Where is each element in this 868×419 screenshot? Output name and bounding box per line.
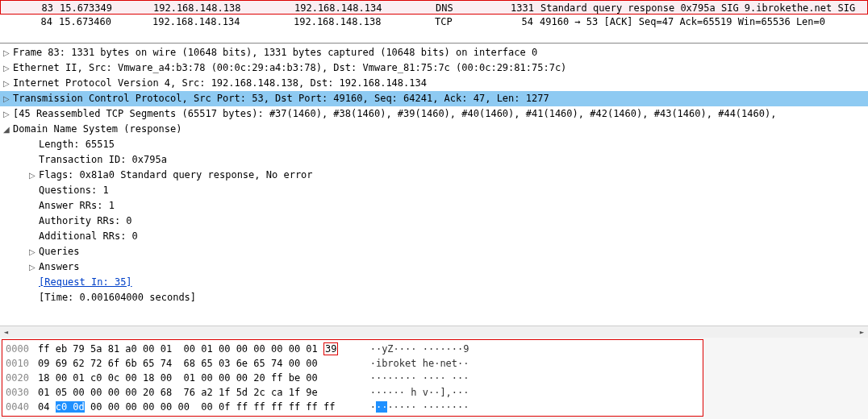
tree-row[interactable]: ▷Transaction ID: 0x795a xyxy=(0,152,868,168)
hex-row[interactable]: 004004 c0 0d 00 00 00 00 00 00 00 0f ff … xyxy=(6,400,699,414)
hex-row[interactable]: 001009 69 62 72 6f 6b 65 74 68 65 03 6e … xyxy=(6,356,699,371)
toggle-closed-icon[interactable]: ▷ xyxy=(2,77,10,91)
packet-col-time: 15.673460 xyxy=(59,15,152,28)
hex-bytes: 04 c0 0d 00 00 00 00 00 00 00 0f ff ff f… xyxy=(38,400,353,414)
toggle-closed-icon[interactable]: ▷ xyxy=(2,92,10,106)
hex-content: 0000ff eb 79 5a 81 a0 00 01 00 01 00 00 … xyxy=(2,339,703,417)
hex-bytes: 01 05 00 00 00 00 20 68 76 a2 1f 5d 2c c… xyxy=(38,385,353,400)
packet-col-no: 83 xyxy=(21,2,60,13)
hex-row[interactable]: 002018 00 01 c0 0c 00 18 00 01 00 00 00 … xyxy=(6,371,699,385)
tree-label: Internet Protocol Version 4, Src: 192.16… xyxy=(13,76,427,90)
hex-offset: 0000 xyxy=(6,342,38,356)
hex-bytes: 18 00 01 c0 0c 00 18 00 01 00 00 00 20 f… xyxy=(38,371,353,385)
packet-list-pane[interactable]: 8315.673349192.168.148.138192.168.148.13… xyxy=(0,0,868,44)
tree-label: [Time: 0.001604000 seconds] xyxy=(39,290,196,305)
hex-row[interactable]: 003001 05 00 00 00 00 20 68 76 a2 1f 5d … xyxy=(6,385,699,400)
tree-row[interactable]: ▷Answer RRs: 1 xyxy=(0,198,868,214)
toggle-closed-icon[interactable]: ▷ xyxy=(27,245,36,259)
packet-col-info: Standard query response 0x795a SIG 9.ibr… xyxy=(540,2,867,13)
tree-row[interactable]: ▷Answers xyxy=(0,259,868,275)
hex-row[interactable]: 0000ff eb 79 5a 81 a0 00 01 00 01 00 00 … xyxy=(6,342,699,356)
packet-row[interactable]: 8415.673460192.168.148.134192.168.148.13… xyxy=(0,15,868,29)
toggle-open-icon[interactable]: ◢ xyxy=(2,122,10,137)
tree-row[interactable]: ▷Queries xyxy=(0,244,868,259)
hex-offset: 0030 xyxy=(6,385,38,400)
tree-label: Additional RRs: 0 xyxy=(39,229,138,243)
details-hscroll[interactable]: ◄ ► xyxy=(0,326,868,338)
hex-bytes: ff eb 79 5a 81 a0 00 01 00 01 00 00 00 0… xyxy=(38,342,353,356)
packet-col-protocol: TCP xyxy=(435,15,491,28)
tree-label: Frame 83: 1331 bytes on wire (10648 bits… xyxy=(13,45,537,60)
packet-col-dest: 192.168.148.134 xyxy=(294,2,436,13)
toggle-closed-icon[interactable]: ▷ xyxy=(27,168,36,183)
tree-label: [45 Reassembled TCP Segments (65517 byte… xyxy=(13,106,776,121)
tree-label: Transmission Control Protocol, Src Port:… xyxy=(13,91,549,106)
details-tree-pane[interactable]: ▷Frame 83: 1331 bytes on wire (10648 bit… xyxy=(0,44,868,326)
hex-offset: 0010 xyxy=(6,356,38,371)
request-link[interactable]: [Request In: 35] xyxy=(39,276,132,288)
scroll-right-icon[interactable]: ► xyxy=(856,326,868,338)
tree-row[interactable]: ▷Questions: 1 xyxy=(0,183,868,198)
hex-bytes: 09 69 62 72 6f 6b 65 74 68 65 03 6e 65 7… xyxy=(38,356,353,371)
hex-offset: 0020 xyxy=(6,371,38,385)
tree-row[interactable]: ▷Additional RRs: 0 xyxy=(0,229,868,244)
tree-label: Domain Name System (response) xyxy=(13,122,182,136)
tree-label: Length: 65515 xyxy=(39,137,115,151)
hex-marked-byte: 39 xyxy=(323,342,338,355)
packet-col-protocol: DNS xyxy=(436,2,492,13)
toggle-closed-icon[interactable]: ▷ xyxy=(2,46,10,60)
scroll-left-icon[interactable]: ◄ xyxy=(0,326,12,338)
toggle-closed-icon[interactable]: ▷ xyxy=(27,260,36,275)
packet-col-length: 54 xyxy=(491,15,540,28)
packet-col-source: 192.168.148.138 xyxy=(153,2,294,13)
tree-row[interactable]: ▷Authority RRs: 0 xyxy=(0,214,868,229)
tree-label: Answer RRs: 1 xyxy=(39,198,115,213)
packet-col-info: 49160 → 53 [ACK] Seq=47 Ack=65519 Win=65… xyxy=(540,15,868,28)
hex-ascii: ······ h v··],··· xyxy=(370,385,636,400)
tree-label: Queries xyxy=(39,244,80,259)
packet-col-time: 15.673349 xyxy=(60,2,153,13)
tree-row[interactable]: ▷[45 Reassembled TCP Segments (65517 byt… xyxy=(0,106,868,122)
tree-label: Transaction ID: 0x795a xyxy=(39,152,167,167)
hex-ascii: ········ ···· ··· xyxy=(370,371,636,385)
toggle-closed-icon[interactable]: ▷ xyxy=(2,61,10,76)
hex-selection: c0 0d xyxy=(56,401,85,413)
tree-label: Authority RRs: 0 xyxy=(39,214,132,228)
packet-col-dest: 192.168.148.138 xyxy=(294,15,435,28)
hex-ascii: ··yZ···· ·······9 xyxy=(370,342,636,356)
tree-row[interactable]: ▷[Time: 0.001604000 seconds] xyxy=(0,290,868,305)
packet-row[interactable]: 8315.673349192.168.148.138192.168.148.13… xyxy=(0,0,868,15)
hex-offset: 0040 xyxy=(6,400,38,414)
packet-col-no: 84 xyxy=(20,15,59,28)
tree-label: Flags: 0x81a0 Standard query response, N… xyxy=(39,168,313,182)
tree-row[interactable]: ▷Frame 83: 1331 bytes on wire (10648 bit… xyxy=(0,45,868,60)
packet-col-length: 1331 xyxy=(492,2,540,13)
tree-row[interactable]: ▷Flags: 0x81a0 Standard query response, … xyxy=(0,168,868,183)
hex-ascii: ·ibroket he·net·· xyxy=(370,356,636,371)
hex-dump-pane[interactable]: 0000ff eb 79 5a 81 a0 00 01 00 01 00 00 … xyxy=(0,338,868,419)
tree-row[interactable]: ▷Length: 65515 xyxy=(0,137,868,152)
packet-col-source: 192.168.148.134 xyxy=(152,15,294,28)
tree-row[interactable]: ▷Ethernet II, Src: Vmware_a4:b3:78 (00:0… xyxy=(0,60,868,76)
tree-label: Answers xyxy=(39,259,80,274)
hex-ascii: ········ ········ xyxy=(370,400,636,414)
tree-row[interactable]: ▷[Request In: 35] xyxy=(0,275,868,290)
tree-row[interactable]: ▷Transmission Control Protocol, Src Port… xyxy=(0,91,868,106)
toggle-closed-icon[interactable]: ▷ xyxy=(2,107,10,122)
tree-row[interactable]: ▷Internet Protocol Version 4, Src: 192.1… xyxy=(0,76,868,91)
tree-label: Ethernet II, Src: Vmware_a4:b3:78 (00:0c… xyxy=(13,60,566,75)
tree-label: Questions: 1 xyxy=(39,183,109,197)
tree-row[interactable]: ◢Domain Name System (response) xyxy=(0,122,868,137)
